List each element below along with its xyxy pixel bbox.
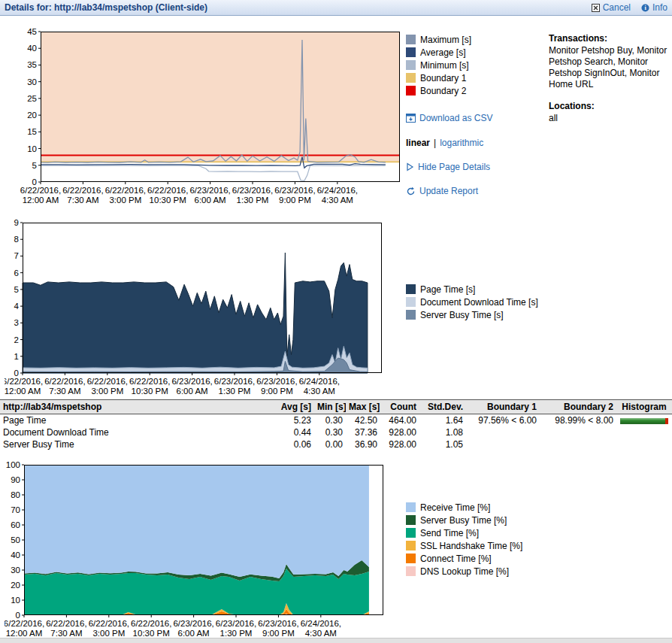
transactions-list: Monitor Petshop Buy, MonitorPetshop Sear… — [549, 45, 670, 90]
legend-swatch — [406, 284, 416, 294]
axis-tick-label: 1:30 PM — [219, 387, 251, 396]
info-label[interactable]: Info — [652, 2, 667, 13]
response-time-chart: 0510152025303540456/22/2016,12:00 AM6/22… — [5, 23, 404, 211]
axis-tick-label: 6/22/2016, — [89, 619, 129, 628]
legend-label: Average [s] — [420, 47, 465, 58]
chart1-legend: Maximum [s]Average [s]Minimum [s]Boundar… — [406, 35, 471, 99]
legend-swatch — [406, 566, 416, 576]
axis-tick-label: 6:00 AM — [178, 629, 210, 638]
axis-tick-label: 1 — [14, 352, 19, 361]
axis-tick-label: 6/23/2016, — [256, 377, 297, 386]
axis-tick-label: 8 — [14, 235, 19, 244]
text-line: Petshop Search, Monitor — [549, 56, 670, 68]
axis-tick-label: 3:00 PM — [109, 196, 141, 205]
axis-tick-label: 5 — [14, 285, 19, 294]
axis-tick-label: 100 — [6, 460, 20, 469]
table-cell-min: 0.30 — [314, 414, 346, 427]
column-header: Avg [s] — [277, 400, 314, 414]
update-report-icon — [406, 187, 416, 196]
cancel-button[interactable]: Cancel — [592, 2, 631, 13]
table-row: Document Download Time0.440.3037.36928.0… — [0, 426, 672, 438]
axis-tick-label: 9:00 PM — [261, 387, 293, 396]
axis-tick-label: 10 — [27, 144, 37, 153]
axis-tick-label: 6/24/2016, — [317, 186, 358, 195]
hide-page-details-control[interactable]: Hide Page Details — [406, 162, 490, 172]
table-cell-min: 0.30 — [314, 426, 346, 438]
legend-swatch — [406, 297, 416, 307]
row-name-cell: Page Time — [0, 414, 277, 427]
text-line: Monitor Petshop Buy, Monitor — [549, 45, 670, 56]
legend-swatch — [406, 73, 416, 83]
legend-label: Server Busy Time [%] — [420, 515, 507, 526]
horizontal-scrollbar[interactable] — [0, 638, 672, 643]
axis-tick-label: 20 — [11, 581, 20, 590]
download-csv-link[interactable]: Download as CSV — [419, 113, 492, 123]
summary-table: http://lab34/mspetshopAvg [s]Min [s]Max … — [0, 399, 672, 450]
axis-tick-label: 9:00 PM — [279, 196, 311, 205]
download-csv-icon — [406, 114, 416, 123]
legend-label: Boundary 1 — [420, 73, 466, 83]
cancel-label[interactable]: Cancel — [603, 2, 631, 13]
table-cell-boundary1: 97.56% < 6.00 — [466, 414, 540, 427]
download-csv-control[interactable]: Download as CSV — [406, 113, 492, 123]
titlebar: Details for: http://lab34/mspetshop (Cli… — [0, 0, 672, 16]
scale-logarithmic-option[interactable]: logarithmic — [440, 138, 483, 148]
axis-tick-label: 6/23/2016, — [274, 186, 315, 195]
axis-tick-label: 10:30 PM — [133, 629, 170, 638]
update-report-link[interactable]: Update Report — [419, 186, 478, 196]
table-header-row: http://lab34/mspetshopAvg [s]Min [s]Max … — [0, 400, 672, 414]
axis-tick-label: 35 — [27, 60, 37, 69]
axis-tick-label: 45 — [27, 27, 37, 36]
axis-tick-label: 4:30 AM — [304, 387, 335, 396]
axis-tick-label: 1:30 PM — [220, 629, 253, 638]
axis-tick-label: 6/23/2016, — [216, 619, 256, 628]
axis-tick-label: 6/22/2016, — [147, 186, 188, 195]
table-cell-max: 37.36 — [346, 426, 380, 438]
axis-tick-label: 60 — [11, 520, 20, 529]
legend-label: Boundary 2 — [420, 86, 466, 96]
legend-label: Connect Time [%] — [420, 554, 492, 564]
info-button[interactable]: i Info — [641, 2, 667, 13]
hide-page-details-link[interactable]: Hide Page Details — [418, 162, 490, 172]
axis-tick-label: 6/22/2016, — [105, 186, 146, 195]
row-name-cell: Server Busy Time — [0, 438, 277, 450]
axis-tick-label: 6/22/2016, — [20, 186, 61, 195]
axis-tick-label: 6/22/2016, — [131, 619, 171, 628]
boundary-band — [41, 32, 400, 162]
axis-tick-label: 7:30 AM — [67, 196, 98, 205]
transactions-panel: Transactions: Monitor Petshop Buy, Monit… — [549, 33, 670, 124]
legend-item: Document Download Time [s] — [406, 297, 538, 307]
axis-tick-label: 3:00 PM — [92, 629, 125, 638]
legend-label: Maximum [s] — [420, 35, 471, 45]
update-report-control[interactable]: Update Report — [406, 186, 478, 196]
column-header: Boundary 2 — [540, 400, 616, 414]
legend-item: SSL Handshake Time [%] — [406, 541, 522, 550]
legend-swatch — [406, 86, 416, 96]
axis-tick-label: 4 — [14, 302, 20, 311]
axis-tick-label: 5 — [32, 161, 37, 170]
legend-swatch — [406, 310, 416, 320]
axis-tick-label: 6/22/2016, — [46, 619, 86, 628]
table-cell-boundary2 — [540, 438, 616, 450]
axis-tick-label: 70 — [11, 505, 20, 514]
axis-tick-label: 25 — [27, 94, 37, 103]
legend-item: Server Busy Time [s] — [406, 310, 538, 320]
axis-tick-label: 15 — [27, 127, 37, 136]
legend-swatch — [406, 60, 416, 70]
axis-tick-label: 30 — [11, 566, 20, 575]
axis-tick-label: 4:30 AM — [322, 196, 353, 205]
axis-tick-label: 6/22/2016, — [129, 377, 170, 386]
axis-tick-label: 6/23/2016, — [232, 186, 273, 195]
histogram-cell — [616, 414, 672, 427]
axis-tick-label: 50 — [11, 535, 20, 544]
table-cell-boundary2: 98.99% < 8.00 — [540, 414, 616, 427]
legend-swatch — [406, 47, 416, 57]
axis-tick-label: 12:00 AM — [23, 196, 59, 205]
table-cell-stddev: 1.05 — [419, 438, 466, 450]
page-title: Details for: http://lab34/mspetshop (Cli… — [5, 2, 207, 13]
table-cell-avg: 0.44 — [277, 426, 314, 438]
legend-item: Send Time [%] — [406, 528, 522, 538]
table-cell-stddev: 1.64 — [419, 414, 466, 427]
table-cell-max: 36.90 — [346, 438, 380, 450]
legend-item: Page Time [s] — [406, 284, 538, 294]
